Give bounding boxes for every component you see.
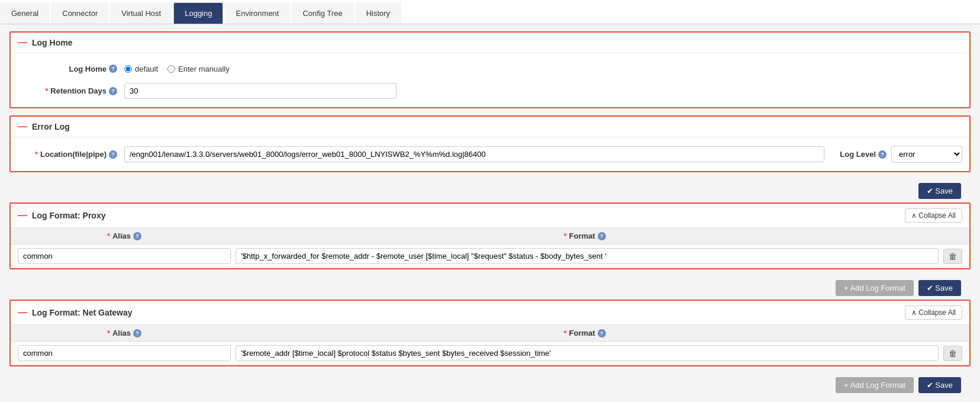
proxy-title: Log Format: Proxy [32, 211, 105, 220]
location-label: * Location(file|pipe) ? [18, 150, 124, 159]
proxy-add-button[interactable]: + Add Log Format [836, 280, 914, 296]
proxy-alias-input[interactable] [18, 248, 231, 264]
retention-days-row: * Retention Days ? [11, 79, 969, 102]
radio-default-label[interactable]: default [124, 65, 158, 73]
radio-default[interactable] [124, 65, 132, 73]
log-home-row: Log Home ? default Enter manually [11, 58, 969, 79]
tab-history[interactable]: History [355, 2, 401, 24]
error-log-body: * Location(file|pipe) ? Log Level ? erro… [11, 137, 969, 171]
location-input[interactable] [124, 146, 824, 162]
log-level-help-icon[interactable]: ? [878, 150, 886, 159]
log-home-help-icon[interactable]: ? [109, 65, 117, 73]
tab-logging[interactable]: Logging [173, 2, 223, 24]
error-log-title: Error Log [32, 122, 70, 131]
section-log-format-proxy: — Log Format: Proxy ∧ Collapse All * Ali… [9, 202, 971, 269]
retention-help-icon[interactable]: ? [109, 87, 117, 95]
proxy-collapse-dash[interactable]: — [18, 210, 27, 221]
proxy-table-header: * Alias ? * Format ? [11, 228, 969, 245]
net-gateway-title: Log Format: Net Gateway [32, 308, 133, 317]
section-error-log: — Error Log * Location(file|pipe) ? Log … [9, 115, 971, 172]
error-log-location-row: * Location(file|pipe) ? Log Level ? erro… [11, 142, 969, 166]
net-gateway-delete-button[interactable]: 🗑 [943, 346, 962, 361]
log-level-select[interactable]: error warn info debug [891, 146, 962, 163]
net-gateway-format-input[interactable] [236, 345, 939, 361]
proxy-collapse-all-button[interactable]: ∧ Collapse All [905, 208, 962, 223]
tab-general[interactable]: General [0, 2, 50, 24]
net-gateway-data-row: 🗑 [11, 342, 969, 365]
proxy-delete-button[interactable]: 🗑 [943, 249, 962, 264]
radio-manual-label[interactable]: Enter manually [167, 65, 230, 73]
proxy-data-row: 🗑 [11, 245, 969, 268]
tab-config-tree[interactable]: Config Tree [291, 2, 353, 24]
section-log-home-header: — Log Home [11, 33, 969, 53]
log-home-title: Log Home [32, 38, 72, 47]
main-content: — Log Home Log Home ? default [0, 24, 980, 402]
net-gateway-collapse-all-button[interactable]: ∧ Collapse All [905, 305, 962, 320]
net-gateway-collapse-dash[interactable]: — [18, 307, 27, 318]
net-gateway-btn-row: + Add Log Format ✔ Save [9, 374, 971, 397]
log-home-label: Log Home ? [18, 65, 124, 73]
log-home-radio-group: default Enter manually [124, 65, 230, 73]
tab-environment[interactable]: Environment [224, 2, 290, 24]
proxy-format-help-icon[interactable]: ? [598, 232, 606, 240]
tab-connector[interactable]: Connector [51, 2, 109, 24]
net-gateway-save-button[interactable]: ✔ Save [918, 377, 961, 393]
net-gateway-alias-help-icon[interactable]: ? [133, 329, 141, 337]
section-net-gateway-header: — Log Format: Net Gateway ∧ Collapse All [11, 301, 969, 325]
proxy-btn-row: + Add Log Format ✔ Save [9, 276, 971, 300]
location-help-icon[interactable]: ? [109, 150, 117, 159]
error-log-collapse-dash[interactable]: — [18, 121, 27, 132]
tab-bar: General Connector Virtual Host Logging E… [0, 0, 980, 24]
tab-virtual-host[interactable]: Virtual Host [110, 2, 172, 24]
net-gateway-alias-input[interactable] [18, 345, 231, 361]
log-home-collapse-dash[interactable]: — [18, 37, 27, 48]
proxy-format-input[interactable] [236, 248, 939, 264]
retention-label: * Retention Days ? [18, 86, 124, 95]
log-home-body: Log Home ? default Enter manually [11, 53, 969, 107]
error-log-save-button[interactable]: ✔ Save [918, 183, 961, 199]
proxy-save-button[interactable]: ✔ Save [918, 280, 961, 296]
net-gateway-format-help-icon[interactable]: ? [598, 329, 606, 337]
section-log-home: — Log Home Log Home ? default [9, 31, 971, 108]
proxy-alias-help-icon[interactable]: ? [133, 232, 141, 240]
section-proxy-header: — Log Format: Proxy ∧ Collapse All [11, 204, 969, 228]
error-log-btn-row: ✔ Save [9, 179, 971, 202]
retention-days-input[interactable] [124, 83, 396, 99]
net-gateway-table-header: * Alias ? * Format ? [11, 325, 969, 342]
section-log-format-net-gateway: — Log Format: Net Gateway ∧ Collapse All… [9, 300, 971, 366]
net-gateway-add-button[interactable]: + Add Log Format [836, 377, 914, 393]
radio-manual[interactable] [167, 65, 175, 73]
section-error-log-header: — Error Log [11, 117, 969, 137]
